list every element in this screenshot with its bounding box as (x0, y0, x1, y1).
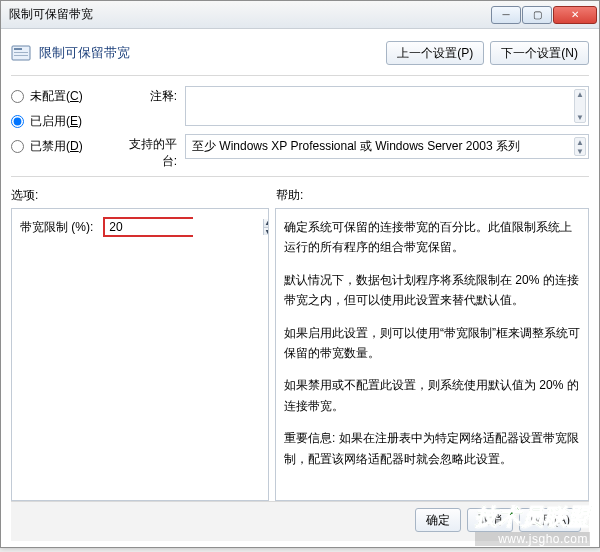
radio-disabled[interactable]: 已禁用(D) (11, 138, 111, 155)
config-block: 未配置(C) 已启用(E) 已禁用(D) 注释: ▲▼ (11, 76, 589, 177)
meta-block: 注释: ▲▼ 支持的平台: 至少 Windows XP Professional… (121, 86, 589, 170)
scrollbar[interactable]: ▲▼ (574, 137, 586, 156)
policy-icon (11, 43, 31, 63)
help-paragraph: 确定系统可保留的连接带宽的百分比。此值限制系统上运行的所有程序的组合带宽保留。 (284, 217, 580, 258)
help-paragraph: 如果启用此设置，则可以使用“带宽限制”框来调整系统可保留的带宽数量。 (284, 323, 580, 364)
close-button[interactable]: ✕ (553, 6, 597, 24)
comment-row: 注释: ▲▼ (121, 86, 589, 126)
dialog-content: 限制可保留带宽 上一个设置(P) 下一个设置(N) 未配置(C) 已启用(E) … (1, 29, 599, 547)
ok-button[interactable]: 确定 (415, 508, 461, 532)
svg-rect-3 (14, 55, 28, 56)
help-label: 帮助: (276, 187, 303, 204)
window-title: 限制可保留带宽 (9, 6, 491, 23)
spin-buttons: ▲ ▼ (263, 219, 269, 235)
options-label: 选项: (11, 187, 276, 204)
radio-enabled-input[interactable] (11, 115, 24, 128)
chevron-up-icon: ▲ (576, 138, 584, 147)
svg-rect-2 (14, 52, 28, 53)
scrollbar[interactable]: ▲▼ (574, 89, 586, 123)
maximize-button[interactable]: ▢ (522, 6, 552, 24)
help-paragraph: 如果禁用或不配置此设置，则系统使用默认值为 20% 的连接带宽。 (284, 375, 580, 416)
help-paragraph: 重要信息: 如果在注册表中为特定网络适配器设置带宽限制，配置该网络适配器时就会忽… (284, 428, 580, 469)
minimize-button[interactable]: ─ (491, 6, 521, 24)
bandwidth-option-row: 带宽限制 (%): ▲ ▼ (20, 217, 260, 237)
bandwidth-limit-label: 带宽限制 (%): (20, 219, 93, 236)
header-title: 限制可保留带宽 (39, 44, 130, 62)
platform-value: 至少 Windows XP Professional 或 Windows Ser… (192, 139, 520, 153)
next-setting-button[interactable]: 下一个设置(N) (490, 41, 589, 65)
chevron-down-icon: ▼ (576, 113, 584, 122)
svg-rect-1 (14, 48, 22, 50)
panels: 带宽限制 (%): ▲ ▼ 确定系统可保留的连接带宽的百分比。此值限制系统上运行… (11, 208, 589, 501)
radio-enabled[interactable]: 已启用(E) (11, 113, 111, 130)
nav-buttons: 上一个设置(P) 下一个设置(N) (386, 41, 589, 65)
state-radios: 未配置(C) 已启用(E) 已禁用(D) (11, 86, 111, 170)
prev-setting-button[interactable]: 上一个设置(P) (386, 41, 484, 65)
platform-value-box: 至少 Windows XP Professional 或 Windows Ser… (185, 134, 589, 159)
spin-down-button[interactable]: ▼ (264, 228, 269, 236)
platform-row: 支持的平台: 至少 Windows XP Professional 或 Wind… (121, 134, 589, 170)
options-panel: 带宽限制 (%): ▲ ▼ (11, 208, 269, 501)
bandwidth-limit-spinner[interactable]: ▲ ▼ (103, 217, 193, 237)
chevron-up-icon: ▲ (576, 90, 584, 99)
window-controls: ─ ▢ ✕ (491, 6, 597, 24)
radio-disabled-input[interactable] (11, 140, 24, 153)
dialog-window: 限制可保留带宽 ─ ▢ ✕ 限制可保留带宽 上一个设置(P) 下一个设置(N) … (0, 0, 600, 548)
section-labels: 选项: 帮助: (11, 177, 589, 208)
footer: 确定 取消 应用(A) (11, 501, 589, 541)
cancel-button[interactable]: 取消 (467, 508, 513, 532)
apply-button[interactable]: 应用(A) (519, 508, 581, 532)
comment-textarea[interactable]: ▲▼ (185, 86, 589, 126)
help-paragraph: 默认情况下，数据包计划程序将系统限制在 20% 的连接带宽之内，但可以使用此设置… (284, 270, 580, 311)
radio-unconfigured-input[interactable] (11, 90, 24, 103)
radio-unconfigured[interactable]: 未配置(C) (11, 88, 111, 105)
chevron-down-icon: ▼ (576, 147, 584, 156)
titlebar[interactable]: 限制可保留带宽 ─ ▢ ✕ (1, 1, 599, 29)
platform-label: 支持的平台: (121, 134, 177, 170)
bandwidth-limit-input[interactable] (105, 219, 263, 235)
spin-up-button[interactable]: ▲ (264, 219, 269, 228)
comment-label: 注释: (121, 86, 177, 105)
header: 限制可保留带宽 上一个设置(P) 下一个设置(N) (11, 37, 589, 76)
help-panel: 确定系统可保留的连接带宽的百分比。此值限制系统上运行的所有程序的组合带宽保留。 … (275, 208, 589, 501)
